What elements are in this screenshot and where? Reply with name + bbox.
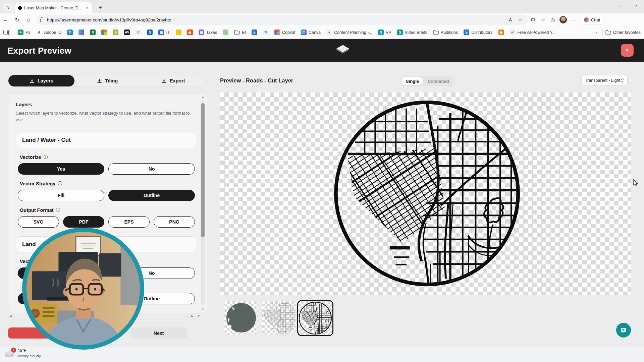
address-bar[interactable]: https://lasermapmaker.com/studio/w13p9v0… <box>36 15 528 25</box>
layer-card-header[interactable]: Land / Water - Cut <box>16 132 197 148</box>
bookmark-label: Auditions <box>441 30 458 35</box>
split-window-icon[interactable] <box>3 30 10 35</box>
settings-dots-icon[interactable]: ⋯ <box>569 17 579 22</box>
option-button[interactable]: EPS <box>108 216 150 228</box>
bookmark-item[interactable]: ◉ <box>498 29 504 35</box>
new-tab-button[interactable]: + <box>96 3 105 12</box>
info-icon[interactable]: ⓘ <box>58 181 62 187</box>
bookmark-item[interactable]: C <box>136 29 141 35</box>
scroll-down-icon[interactable]: ▼ <box>201 308 204 311</box>
refresh-icon[interactable]: ↻ <box>11 17 23 23</box>
next-button[interactable]: Next <box>130 327 187 339</box>
bookmark-label: VP <box>386 30 391 35</box>
bookmark-list: + P2 A Adobe ID O X <box>18 29 593 35</box>
back-icon[interactable]: ← <box>0 17 11 23</box>
bookmark-item[interactable]: O <box>67 29 73 35</box>
bookmark-favicon <box>223 29 228 35</box>
url-text[interactable]: https://lasermapmaker.com/studio/w13p9v0… <box>47 17 504 22</box>
bookmark-label: BI <box>242 30 246 35</box>
profile-avatar[interactable] <box>559 16 567 23</box>
tab-search-chevron-icon[interactable]: ∨ <box>3 3 13 11</box>
collections-icon[interactable]: ☆ <box>538 17 548 22</box>
option-button[interactable]: Fill <box>18 190 104 201</box>
panel-scrollbar-thumb[interactable] <box>201 103 205 237</box>
option-button[interactable]: Yes <box>18 163 104 175</box>
taskbar-weather[interactable]: 2 45°F Mostly cloudy <box>5 348 41 358</box>
bookmark-item[interactable]: BI <box>234 30 246 35</box>
scroll-up-icon[interactable]: ▲ <box>201 95 204 99</box>
strategy-options: FillOutline <box>18 190 195 201</box>
bookmark-item[interactable] <box>78 29 84 35</box>
bookmark-item[interactable]: S <box>113 29 118 35</box>
bookmark-favicon <box>274 29 280 35</box>
modal-title: Export Preview <box>7 46 71 56</box>
bookmark-item[interactable]: E Distributors <box>464 29 492 35</box>
support-chat-button[interactable] <box>616 323 631 338</box>
bookmark-item[interactable]: Copilot <box>274 29 295 35</box>
chat-icon <box>620 327 627 334</box>
bookmark-favicon: ▣ <box>158 29 164 35</box>
bookmark-label: P2 <box>25 30 31 35</box>
extensions-icon[interactable] <box>528 17 538 23</box>
bookmark-item[interactable] <box>101 29 107 35</box>
bookmark-favicon <box>176 29 181 35</box>
other-favorites[interactable]: Other favorites <box>605 30 641 35</box>
panel-tab-label: Export <box>170 78 185 83</box>
mode-segment[interactable]: Single <box>401 77 423 85</box>
bookmark-item[interactable]: S VP <box>378 29 391 35</box>
scroll-down-icon[interactable]: ▼ <box>197 314 200 318</box>
panel-tab[interactable]: Tiling <box>74 75 141 86</box>
bookmark-item[interactable]: ◉ <box>187 29 193 35</box>
bookmark-item[interactable] <box>223 29 228 35</box>
bookmark-item[interactable]: X <box>90 29 96 35</box>
history-icon[interactable]: ◷ <box>548 17 557 22</box>
bookmark-item[interactable]: ♥ Content Planning -... <box>326 29 372 35</box>
option-button[interactable]: No <box>108 163 195 175</box>
mode-segment[interactable]: Combined <box>423 77 453 85</box>
bookmark-item[interactable]: ↻ <box>263 29 269 35</box>
bookmark-item[interactable]: S <box>147 29 153 35</box>
panel-tab[interactable]: Export <box>140 75 206 86</box>
thumbnail-roads-selected[interactable] <box>297 300 333 336</box>
copilot-chat-button[interactable]: Chat <box>580 15 604 24</box>
other-favorites-label: Other favorites <box>613 30 641 35</box>
thumbnail-buildings[interactable] <box>262 301 296 335</box>
bookmark-item[interactable]: + P2 <box>18 29 31 35</box>
favorite-star-icon[interactable]: ☆ <box>516 17 524 22</box>
option-button[interactable]: SVG <box>18 216 59 228</box>
browser-titlebar: ∨ Laser Map Maker - Create, Downlo × + —… <box>0 0 644 13</box>
bookmarks-overflow-chevron[interactable]: › <box>595 30 597 35</box>
bookmark-item[interactable]: C Canva <box>301 29 321 35</box>
tab-close-icon[interactable]: × <box>85 5 89 10</box>
option-button[interactable]: PDF <box>63 216 104 228</box>
bookmark-item[interactable]: A Adobe ID <box>36 29 61 35</box>
info-icon[interactable]: ⓘ <box>44 154 48 160</box>
maximize-button[interactable]: □ <box>613 0 629 11</box>
bookmark-item[interactable]: ▣ IT <box>158 29 170 35</box>
bookmark-item[interactable]: AV <box>124 29 130 35</box>
bookmark-item[interactable]: S Video Briefs <box>397 29 427 35</box>
option-button[interactable]: Outline <box>108 190 195 201</box>
browser-tab[interactable]: Laser Map Maker - Create, Downlo × <box>15 2 92 13</box>
modal-close-button[interactable]: × <box>621 44 634 57</box>
scroll-right-icon[interactable]: ▶ <box>191 314 194 318</box>
bookmark-item[interactable]: Auditions <box>433 30 458 35</box>
background-select[interactable]: Transparent - Light <box>581 75 628 86</box>
panel-tab[interactable]: Layers <box>8 75 74 86</box>
scroll-left-icon[interactable]: ◀ <box>9 314 12 318</box>
roads-map-preview <box>330 96 524 291</box>
minimize-button[interactable]: — <box>598 0 613 11</box>
bookmark-label: Canva <box>309 30 321 35</box>
bookmark-item[interactable]: ▣ Taxes <box>199 29 217 35</box>
home-icon[interactable]: ⌂ <box>23 17 34 23</box>
bookmark-item[interactable] <box>176 29 181 35</box>
thumbnail-land-water[interactable] <box>224 301 258 335</box>
lock-icon <box>40 19 44 22</box>
close-window-button[interactable]: × <box>629 0 644 11</box>
bookmark-item[interactable]: ✔ Free AI-Powered Y... <box>510 29 556 35</box>
read-aloud-icon[interactable]: A <box>507 17 514 22</box>
bookmark-item[interactable]: E <box>252 29 257 35</box>
option-button[interactable]: PNG <box>154 216 195 228</box>
field-label-text: Vector Strategy <box>20 181 55 186</box>
info-icon[interactable]: ⓘ <box>56 207 60 213</box>
